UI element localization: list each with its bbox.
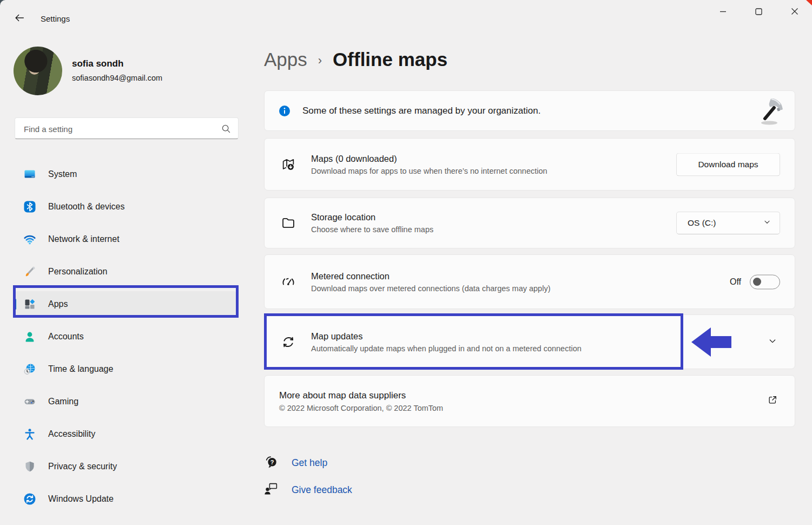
storage-location-select[interactable]: OS (C:) bbox=[676, 212, 780, 234]
give-feedback-link[interactable]: Give feedback bbox=[264, 482, 352, 498]
toggle-knob bbox=[753, 278, 761, 286]
avatar[interactable] bbox=[14, 47, 62, 95]
map-download-icon bbox=[281, 157, 296, 172]
sidebar-item-label: Apps bbox=[48, 299, 68, 309]
map-updates-title: Map updates bbox=[311, 331, 582, 342]
give-feedback-icon bbox=[264, 482, 279, 498]
metered-row: Metered connection Download maps over me… bbox=[264, 254, 795, 309]
sidebar-item-time-language[interactable]: Time & language bbox=[15, 356, 236, 382]
apps-icon bbox=[23, 298, 36, 311]
search-icon bbox=[220, 123, 232, 136]
sidebar-item-system[interactable]: System bbox=[15, 161, 236, 187]
download-maps-button[interactable]: Download maps bbox=[676, 153, 780, 176]
get-help-link[interactable]: ? Get help bbox=[264, 455, 327, 471]
suppliers-title: More about map data suppliers bbox=[279, 390, 443, 401]
map-updates-subtitle: Automatically update maps when plugged i… bbox=[311, 344, 582, 353]
sidebar-item-windows-update[interactable]: Windows Update bbox=[15, 486, 236, 512]
maps-subtitle: Download maps for apps to use when there… bbox=[311, 167, 547, 175]
sync-icon bbox=[281, 334, 296, 350]
update-icon bbox=[23, 493, 36, 506]
map-updates-row[interactable]: Map updates Automatically update maps wh… bbox=[264, 314, 795, 369]
sidebar-item-accounts[interactable]: Accounts bbox=[15, 324, 236, 350]
close-button[interactable] bbox=[782, 3, 807, 22]
svg-text:?: ? bbox=[270, 459, 274, 465]
sidebar-item-label: System bbox=[48, 169, 77, 179]
corner-artifact bbox=[806, 0, 812, 5]
sidebar-item-network[interactable]: Network & internet bbox=[15, 226, 236, 252]
search-input[interactable] bbox=[23, 118, 220, 140]
sidebar-item-label: Bluetooth & devices bbox=[48, 202, 124, 212]
wifi-icon bbox=[23, 233, 36, 246]
sidebar-item-apps[interactable]: Apps bbox=[15, 291, 236, 317]
breadcrumb-apps[interactable]: Apps bbox=[264, 49, 307, 70]
banner-text: Some of these settings are managed by yo… bbox=[302, 106, 540, 116]
storage-location-value: OS (C:) bbox=[688, 218, 716, 228]
settings-window: Settings sofia sondh sofiasondh94@gmail.… bbox=[0, 0, 812, 525]
metered-subtitle: Download maps over metered connections (… bbox=[311, 284, 550, 293]
sidebar-item-label: Privacy & security bbox=[48, 462, 117, 471]
maximize-button[interactable] bbox=[746, 3, 771, 22]
storage-subtitle: Choose where to save offline maps bbox=[311, 225, 433, 234]
accessibility-icon bbox=[23, 428, 36, 441]
external-link-icon[interactable] bbox=[767, 395, 778, 408]
globe-clock-icon bbox=[23, 363, 36, 376]
sidebar-item-label: Accessibility bbox=[48, 429, 95, 439]
brush-icon bbox=[23, 265, 36, 278]
sidebar-item-privacy[interactable]: Privacy & security bbox=[15, 454, 236, 480]
sidebar-item-accessibility[interactable]: Accessibility bbox=[15, 421, 236, 447]
back-arrow-icon bbox=[14, 12, 25, 26]
get-help-label: Get help bbox=[292, 457, 327, 469]
folder-icon bbox=[281, 215, 296, 231]
minimize-button[interactable] bbox=[710, 3, 735, 22]
suppliers-copyright: © 2022 Microsoft Corporation, © 2022 Tom… bbox=[279, 404, 443, 412]
sidebar-item-label: Network & internet bbox=[48, 234, 120, 244]
maximize-icon bbox=[755, 8, 762, 17]
sidebar-item-label: Personalization bbox=[48, 267, 107, 277]
get-help-icon: ? bbox=[264, 455, 279, 471]
sidebar-item-label: Windows Update bbox=[48, 494, 114, 504]
hammer-icon bbox=[757, 96, 785, 127]
toggle-state-label: Off bbox=[730, 277, 741, 287]
storage-row: Storage location Choose where to save of… bbox=[264, 198, 795, 248]
person-icon bbox=[23, 330, 36, 343]
sidebar-item-personalization[interactable]: Personalization bbox=[15, 259, 236, 285]
sidebar-item-bluetooth[interactable]: Bluetooth & devices bbox=[15, 194, 236, 220]
bluetooth-icon bbox=[23, 200, 36, 213]
chevron-down-icon bbox=[763, 218, 771, 228]
sidebar-item-label: Accounts bbox=[48, 332, 84, 342]
metered-toggle[interactable] bbox=[750, 274, 780, 289]
sidebar-item-label: Time & language bbox=[48, 364, 113, 374]
maps-title: Maps (0 downloaded) bbox=[311, 154, 547, 164]
system-icon bbox=[23, 168, 36, 181]
maps-row: Maps (0 downloaded) Download maps for ap… bbox=[264, 138, 795, 191]
shield-icon bbox=[23, 460, 36, 473]
breadcrumb-separator: › bbox=[318, 54, 322, 68]
back-button[interactable] bbox=[11, 11, 28, 27]
search-box bbox=[15, 117, 239, 139]
map-suppliers-row[interactable]: More about map data suppliers © 2022 Mic… bbox=[264, 375, 795, 427]
gamepad-icon bbox=[23, 395, 36, 408]
user-email: sofiasondh94@gmail.com bbox=[72, 74, 162, 82]
org-policy-banner: Some of these settings are managed by yo… bbox=[264, 90, 795, 131]
sidebar-item-gaming[interactable]: Gaming bbox=[15, 389, 236, 415]
breadcrumb: Apps › Offline maps bbox=[264, 49, 447, 70]
window-title: Settings bbox=[41, 14, 70, 23]
storage-title: Storage location bbox=[311, 212, 433, 222]
info-icon bbox=[279, 105, 291, 117]
metered-title: Metered connection bbox=[311, 271, 550, 281]
give-feedback-label: Give feedback bbox=[292, 484, 352, 496]
sidebar-item-label: Gaming bbox=[48, 397, 78, 406]
gauge-icon bbox=[281, 274, 296, 290]
close-icon bbox=[791, 8, 798, 17]
expander-chevron-icon[interactable] bbox=[768, 337, 777, 347]
minimize-icon bbox=[719, 8, 727, 17]
user-name: sofia sondh bbox=[72, 58, 123, 69]
page-title: Offline maps bbox=[333, 49, 447, 70]
